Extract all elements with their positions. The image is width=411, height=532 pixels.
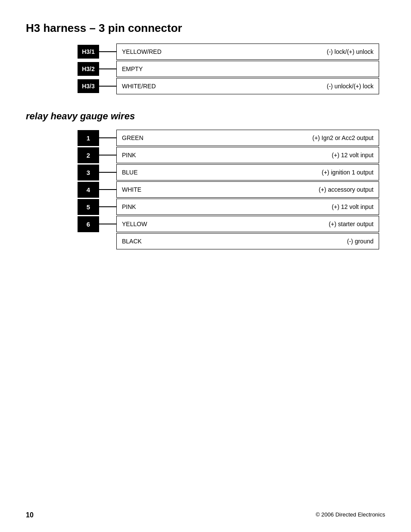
relay-cell-1: GREEN (+) Ign2 or Acc2 output — [116, 130, 379, 146]
relay-line-3 — [99, 172, 116, 173]
relay-desc-extra: (-) ground — [347, 238, 374, 245]
relay-pin-3-label: 3 — [78, 165, 99, 180]
h3-wire-3: WHITE/RED — [122, 83, 156, 90]
relay-row-3: 3 BLUE (+) ignition 1 output — [78, 164, 379, 180]
relay-cell-5: PINK (+) 12 volt input — [116, 199, 379, 215]
relay-row-6: 6 YELLOW (+) starter output — [78, 216, 379, 232]
h3-section-title: H3 harness – 3 pin connector — [26, 22, 385, 35]
relay-pin-1-label: 1 — [78, 130, 99, 146]
relay-line-2 — [99, 155, 116, 156]
page-footer: 10 © 2006 Directed Electronics — [26, 511, 385, 519]
relay-wire-3: BLUE — [122, 169, 138, 176]
connector-line-2 — [99, 68, 116, 69]
h3-row-2: H3/2 EMPTY — [78, 61, 379, 77]
relay-row-4: 4 WHITE (+) accessory output — [78, 181, 379, 198]
relay-wire-2: PINK — [122, 152, 136, 159]
relay-wire-4: WHITE — [122, 186, 141, 193]
relay-pin-6-label: 6 — [78, 216, 99, 232]
relay-desc-1: (+) Ign2 or Acc2 output — [312, 134, 374, 141]
relay-row-extra: BLACK (-) ground — [116, 233, 379, 249]
relay-wire-6: YELLOW — [122, 221, 147, 227]
h3-wire-2: EMPTY — [122, 65, 143, 72]
copyright: © 2006 Directed Electronics — [316, 511, 385, 519]
h3-cell-2: EMPTY — [116, 61, 379, 77]
relay-line-5 — [99, 206, 116, 207]
h3-row-3: H3/3 WHITE/RED (-) unlock/(+) lock — [78, 78, 379, 94]
relay-line-4 — [99, 189, 116, 190]
h3-row-1: H3/1 YELLOW/RED (-) lock/(+) unlock — [78, 44, 379, 60]
relay-wire-1: GREEN — [122, 134, 143, 141]
relay-cell-2: PINK (+) 12 volt input — [116, 147, 379, 163]
h3-desc-3: (-) unlock/(+) lock — [327, 83, 374, 90]
relay-desc-3: (+) ignition 1 output — [322, 169, 374, 176]
relay-pin-4-label: 4 — [78, 182, 99, 198]
relay-cell-4: WHITE (+) accessory output — [116, 181, 379, 198]
relay-table: 1 GREEN (+) Ign2 or Acc2 output 2 PINK (… — [78, 130, 379, 250]
relay-pin-5-label: 5 — [78, 199, 99, 215]
relay-pin-2-label: 2 — [78, 147, 99, 163]
relay-cell-3: BLUE (+) ignition 1 output — [116, 164, 379, 180]
relay-cell-extra: BLACK (-) ground — [116, 233, 379, 249]
page-number: 10 — [26, 511, 34, 519]
h3-pin-3-label: H3/3 — [78, 79, 99, 93]
relay-row-1: 1 GREEN (+) Ign2 or Acc2 output — [78, 130, 379, 146]
h3-connector-table: H3/1 YELLOW/RED (-) lock/(+) unlock H3/2… — [78, 44, 379, 95]
connector-line-1 — [99, 51, 116, 52]
relay-row-5: 5 PINK (+) 12 volt input — [78, 199, 379, 215]
h3-pin-2-label: H3/2 — [78, 62, 99, 76]
h3-desc-1: (-) lock/(+) unlock — [327, 48, 374, 55]
relay-desc-6: (+) starter output — [329, 221, 374, 227]
relay-desc-5: (+) 12 volt input — [332, 203, 374, 210]
relay-cell-6: YELLOW (+) starter output — [116, 216, 379, 232]
h3-wire-1: YELLOW/RED — [122, 48, 162, 55]
connector-line-3 — [99, 86, 116, 87]
h3-cell-1: YELLOW/RED (-) lock/(+) unlock — [116, 44, 379, 60]
h3-pin-1-label: H3/1 — [78, 45, 99, 59]
relay-line-1 — [99, 137, 116, 138]
relay-wire-extra: BLACK — [122, 238, 142, 245]
relay-row-2: 2 PINK (+) 12 volt input — [78, 147, 379, 163]
relay-wire-5: PINK — [122, 203, 136, 210]
relay-desc-2: (+) 12 volt input — [332, 152, 374, 159]
relay-desc-4: (+) accessory output — [319, 186, 374, 193]
relay-section-title: relay heavy gauge wires — [26, 111, 385, 122]
relay-line-6 — [99, 224, 116, 224]
h3-cell-3: WHITE/RED (-) unlock/(+) lock — [116, 78, 379, 94]
